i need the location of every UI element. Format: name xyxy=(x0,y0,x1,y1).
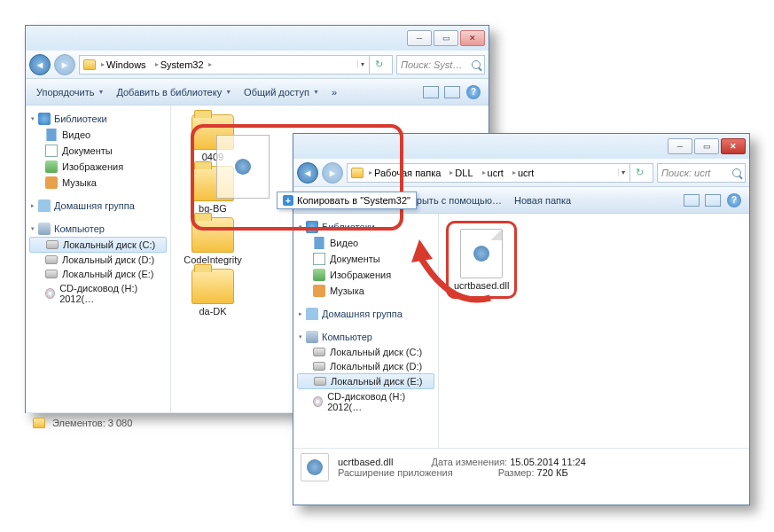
detail-date-label: Дата изменения: xyxy=(431,457,507,467)
folder-icon xyxy=(192,217,234,253)
nav-drive-c[interactable]: Локальный диск (C:) xyxy=(29,237,167,253)
gear-icon xyxy=(235,159,251,175)
navigation-pane[interactable]: ▾Библиотеки Видео Документы Изображения … xyxy=(26,106,171,412)
plus-icon: + xyxy=(283,195,293,206)
nav-drive-e[interactable]: Локальный диск (E:) xyxy=(26,267,170,281)
dll-file-icon xyxy=(301,453,329,481)
details-pane: ucrtbased.dll Дата изменения: 15.05.2014… xyxy=(293,448,749,485)
drive-icon xyxy=(313,348,325,356)
close-button[interactable]: ✕ xyxy=(721,138,746,154)
nav-images[interactable]: Изображения xyxy=(26,159,170,175)
search-input[interactable]: Поиск: Syst… xyxy=(396,55,485,74)
annotation-arrow xyxy=(406,229,504,309)
breadcrumb: ▸DLL xyxy=(446,168,476,178)
detail-date-value: 15.05.2014 11:24 xyxy=(510,457,586,467)
nav-drive-d[interactable]: Локальный диск (D:) xyxy=(293,359,438,373)
nav-cd-drive[interactable]: CD-дисковод (H:) 2012(… xyxy=(26,281,170,306)
nav-cd-drive[interactable]: CD-дисковод (H:) 2012(… xyxy=(293,389,438,414)
titlebar[interactable]: ─ ▭ ✕ xyxy=(26,26,489,51)
video-icon xyxy=(313,237,325,249)
detail-type: Расширение приложения xyxy=(338,467,453,478)
computer-header[interactable]: ▾Компьютер xyxy=(26,221,170,237)
folder-icon xyxy=(192,269,234,304)
nav-drive-d[interactable]: Локальный диск (D:) xyxy=(26,253,170,267)
drive-icon xyxy=(45,255,58,264)
help-button[interactable]: ? xyxy=(724,191,744,210)
titlebar[interactable]: ─ ▭ ✕ xyxy=(293,134,749,159)
refresh-button[interactable]: ↻ xyxy=(369,55,388,74)
view-options-button[interactable] xyxy=(682,191,701,210)
minimize-button[interactable]: ─ xyxy=(407,30,432,46)
nav-drive-c[interactable]: Локальный диск (C:) xyxy=(293,345,438,359)
video-icon xyxy=(45,129,58,141)
drag-tooltip: + Копировать в "System32" xyxy=(277,192,417,209)
address-bar-row: ◄ ► ▸Рабочая папка ▸DLL ▸ucrt ▸ucrt ▾ ↻ … xyxy=(293,159,749,187)
forward-button[interactable]: ► xyxy=(54,54,75,75)
homegroup-header[interactable]: ▸Домашняя группа xyxy=(26,198,170,214)
drive-icon xyxy=(45,270,58,278)
music-icon xyxy=(313,285,325,297)
search-icon xyxy=(472,60,481,69)
cd-icon xyxy=(45,288,55,299)
libraries-header[interactable]: ▾Библиотеки xyxy=(26,111,170,127)
explorer-window-ucrt: ─ ▭ ✕ ◄ ► ▸Рабочая папка ▸DLL ▸ucrt ▸ucr… xyxy=(293,133,750,505)
homegroup-icon xyxy=(306,308,318,320)
maximize-button[interactable]: ▭ xyxy=(434,30,458,46)
window-body: ▾Библиотеки Видео Документы Изображения … xyxy=(293,214,749,448)
drive-icon xyxy=(314,377,326,386)
more-menu[interactable]: » xyxy=(326,84,342,100)
drag-ghost-icon xyxy=(216,135,270,199)
library-icon xyxy=(306,221,318,233)
detail-filename: ucrtbased.dll xyxy=(338,457,393,467)
library-icon xyxy=(38,113,51,125)
minimize-button[interactable]: ─ xyxy=(668,138,692,154)
back-button[interactable]: ◄ xyxy=(297,162,318,184)
folder-icon xyxy=(83,59,96,70)
help-button[interactable]: ? xyxy=(464,82,483,102)
maximize-button[interactable]: ▭ xyxy=(694,138,719,154)
address-dropdown[interactable]: ▾ xyxy=(618,168,628,176)
document-icon xyxy=(313,253,325,265)
search-input[interactable]: Поиск: ucrt xyxy=(657,163,746,183)
document-icon xyxy=(45,145,58,157)
nav-documents[interactable]: Документы xyxy=(26,143,170,159)
folder-item[interactable]: da-DK xyxy=(180,269,246,317)
breadcrumb: ▸ucrt xyxy=(479,168,507,178)
computer-icon xyxy=(38,223,51,235)
address-bar[interactable]: ▸Рабочая папка ▸DLL ▸ucrt ▸ucrt ▾ ↻ xyxy=(347,163,653,183)
breadcrumb: ▸System32▸ xyxy=(152,59,215,70)
close-button[interactable]: ✕ xyxy=(460,30,485,46)
drive-icon xyxy=(46,240,59,249)
detail-size-value: 720 КБ xyxy=(537,467,568,478)
refresh-button[interactable]: ↻ xyxy=(629,163,649,183)
nav-music[interactable]: Музыка xyxy=(26,175,170,191)
forward-button[interactable]: ► xyxy=(322,162,343,184)
computer-header[interactable]: ▾Компьютер xyxy=(293,329,438,345)
nav-video[interactable]: Видео xyxy=(26,127,170,143)
preview-pane-button[interactable] xyxy=(703,191,723,210)
music-icon xyxy=(45,176,58,189)
share-menu[interactable]: Общий доступ▼ xyxy=(238,84,324,100)
toolbar: Упорядочить▼ Добавить в библиотеку▼ Общи… xyxy=(26,79,489,106)
view-options-button[interactable] xyxy=(421,82,441,102)
drive-icon xyxy=(313,362,325,371)
nav-drive-e[interactable]: Локальный диск (E:) xyxy=(297,373,434,389)
folder-item[interactable]: CodeIntegrity xyxy=(180,217,246,265)
new-folder-button[interactable]: Новая папка xyxy=(509,192,576,208)
detail-size-label: Размер: xyxy=(498,467,535,478)
preview-pane-button[interactable] xyxy=(442,82,462,102)
folder-icon xyxy=(351,168,364,178)
cd-icon xyxy=(313,396,323,407)
back-button[interactable]: ◄ xyxy=(29,54,51,75)
gear-icon xyxy=(307,459,323,475)
organize-menu[interactable]: Упорядочить▼ xyxy=(31,84,109,100)
breadcrumb: ▸ucrt xyxy=(509,168,537,178)
address-bar[interactable]: ▸Windows ▸System32▸ ▾ ↻ xyxy=(79,55,393,74)
computer-icon xyxy=(306,331,318,343)
homegroup-icon xyxy=(38,200,51,212)
folder-icon xyxy=(33,418,45,428)
breadcrumb: ▸Windows xyxy=(98,59,150,70)
image-icon xyxy=(45,160,58,173)
address-dropdown[interactable]: ▾ xyxy=(357,60,367,68)
add-to-library-menu[interactable]: Добавить в библиотеку▼ xyxy=(111,84,237,100)
